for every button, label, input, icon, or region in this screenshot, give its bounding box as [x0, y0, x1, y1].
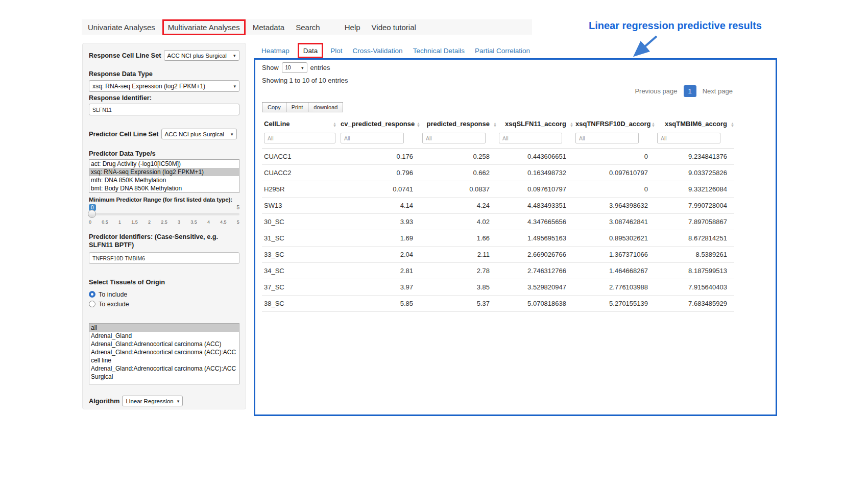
- slider-ticks: 00.511.522.533.544.55: [89, 219, 239, 225]
- filter-cellline-input[interactable]: [264, 133, 335, 143]
- tissue-option[interactable]: Adrenal_Gland:Adrenocortical carcinoma (…: [89, 340, 239, 348]
- column-header-cellline[interactable]: CellLine ▲▼: [262, 116, 339, 131]
- response-cell-line-set-select[interactable]: ACC NCI plus Surgical ▾: [164, 50, 239, 61]
- tissue-include-radio[interactable]: To include: [89, 289, 239, 299]
- predictor-identifiers-input[interactable]: [89, 252, 239, 264]
- tissue-option[interactable]: Adrenal_Gland: [89, 332, 239, 340]
- radio-off-icon: [89, 301, 95, 307]
- column-header-predicted-response[interactable]: predicted_response ▲▼: [420, 116, 497, 131]
- response-identifier-input[interactable]: [89, 104, 239, 115]
- response-data-type-label: Response Data Type: [89, 70, 239, 78]
- download-button[interactable]: download: [308, 102, 343, 112]
- tissue-option[interactable]: all: [89, 324, 239, 332]
- top-nav: Univariate Analyses Multivariate Analyse…: [82, 19, 532, 35]
- cell-line-name: H295R: [262, 181, 339, 198]
- cell-value: 2.669026766: [497, 247, 573, 263]
- sort-icon: ▲▼: [652, 122, 655, 127]
- column-header-label: predicted_response: [426, 120, 490, 128]
- predictor-cell-line-set-label: Predictor Cell Line Set: [89, 130, 159, 138]
- previous-page-button[interactable]: Previous page: [635, 87, 677, 95]
- table-body: CUACC10.1760.2580.44360665109.234841376C…: [262, 149, 734, 312]
- tab-data[interactable]: Data: [303, 47, 318, 55]
- filter-xsqtmbim6-accorg-input[interactable]: [657, 133, 720, 143]
- slider-handle[interactable]: [88, 210, 96, 218]
- slider-tick-label: 4: [207, 219, 210, 225]
- tissue-exclude-radio[interactable]: To exclude: [89, 299, 239, 309]
- cell-value: 3.97: [339, 279, 420, 296]
- page-number-button[interactable]: 1: [684, 85, 696, 97]
- tab-cross-validation[interactable]: Cross-Validation: [353, 47, 403, 55]
- cell-value: 0.176: [339, 149, 420, 165]
- tissue-option[interactable]: Adrenal_Gland:Adrenocortical carcinoma (…: [89, 364, 239, 381]
- nav-help[interactable]: Help: [345, 23, 360, 32]
- column-header-xsqtnfrsf10d-accorg[interactable]: xsqTNFRSF10D_accorg ▲▼: [573, 116, 655, 131]
- predictor-data-type-option[interactable]: mth: DNA 850K Methylation: [89, 176, 239, 184]
- showing-entries-text: Showing 1 to 10 of 10 entries: [262, 77, 348, 84]
- nav-multivariate-analyses[interactable]: Multivariate Analyses: [162, 19, 246, 35]
- cell-value: 0: [573, 149, 655, 165]
- column-header-cv-predicted-response[interactable]: cv_predicted_response ▲▼: [339, 116, 420, 131]
- table-row: 37_SC3.973.853.5298209472.7761039887.915…: [262, 279, 734, 296]
- column-header-xsqslfn11-accorg[interactable]: xsqSLFN11_accorg ▲▼: [497, 116, 573, 131]
- tissue-origin-listbox: all Adrenal_Gland Adrenal_Gland:Adrenoco…: [89, 323, 239, 384]
- cell-value: 4.02: [420, 214, 497, 230]
- nav-video-tutorial[interactable]: Video tutorial: [372, 23, 416, 32]
- cell-value: 3.529820947: [497, 279, 573, 296]
- cell-value: 2.78: [420, 263, 497, 279]
- column-header-xsqtmbim6-accorg[interactable]: xsqTMBIM6_accorg ▲▼: [655, 116, 734, 131]
- cell-value: 1.495695163: [497, 230, 573, 247]
- min-predictor-range-slider: 0 5 00.511.522.533.544.55: [89, 204, 239, 228]
- filter-xsqslfn11-accorg-input[interactable]: [499, 133, 562, 143]
- cell-value: 1.66: [420, 230, 497, 247]
- filter-xsqtnfrsf10d-accorg-input[interactable]: [575, 133, 639, 143]
- slider-tick-label: 0.5: [102, 219, 108, 225]
- tab-partial-correlation[interactable]: Partial Correlation: [475, 47, 530, 55]
- filter-predicted-response-input[interactable]: [422, 133, 486, 143]
- cell-line-name: SW13: [262, 198, 339, 214]
- tissue-option[interactable]: Adrenal_Gland:Adrenocortical carcinoma (…: [89, 348, 239, 364]
- nav-univariate-analyses[interactable]: Univariate Analyses: [88, 23, 155, 32]
- cell-value: 5.270155139: [573, 296, 655, 312]
- predictor-data-type-option[interactable]: xsq: RNA-seq Expression (log2 FPKM+1): [89, 168, 239, 176]
- table-row: 38_SC5.855.375.0708186385.2701551397.683…: [262, 296, 734, 312]
- sort-icon: ▲▼: [417, 122, 420, 127]
- cell-value: 3.85: [420, 279, 497, 296]
- predictor-cell-line-set-select[interactable]: ACC NCI plus Surgical ▾: [161, 129, 237, 139]
- nav-search[interactable]: Search: [296, 23, 320, 32]
- cell-value: 0.0837: [420, 181, 497, 198]
- algorithm-select[interactable]: Linear Regression ▾: [122, 396, 183, 406]
- predictor-data-type-option[interactable]: bmt: Body DNA 850K Methylation: [89, 184, 239, 192]
- radio-on-icon: [89, 291, 95, 298]
- response-cell-line-set-label: Response Cell Line Set: [89, 52, 161, 59]
- filter-cv-predicted-response-input[interactable]: [341, 133, 404, 143]
- predictor-cell-line-set-value: ACC NCI plus Surgical: [165, 131, 224, 137]
- page: Univariate Analyses Multivariate Analyse…: [0, 0, 868, 488]
- slider-track[interactable]: [89, 213, 239, 215]
- tab-heatmap[interactable]: Heatmap: [261, 47, 290, 55]
- table-header-row: CellLine ▲▼ cv_predicted_response ▲▼ pre…: [262, 116, 734, 131]
- algorithm-value: Linear Regression: [126, 398, 173, 404]
- show-entries-select[interactable]: 10 ▾: [282, 62, 307, 73]
- sort-icon: ▲▼: [493, 122, 497, 127]
- tab-technical-details[interactable]: Technical Details: [413, 47, 465, 55]
- response-cell-line-set-value: ACC NCI plus Surgical: [167, 53, 227, 59]
- table-filter-row: [262, 131, 734, 149]
- table-buttons: Copy Print download: [262, 102, 343, 112]
- show-entries-value: 10: [285, 65, 291, 70]
- cell-value: 1.69: [339, 230, 420, 247]
- predictor-data-type-option[interactable]: act: Drug Activity (-log10[IC50M]): [89, 160, 239, 168]
- copy-button[interactable]: Copy: [262, 102, 286, 112]
- table-row: 34_SC2.812.782.7463127661.4646682678.187…: [262, 263, 734, 279]
- cell-line-name: CUACC2: [262, 165, 339, 181]
- column-header-label: xsqSLFN11_accorg: [505, 120, 566, 128]
- cell-value: 2.776103988: [573, 279, 655, 296]
- next-page-button[interactable]: Next page: [703, 87, 733, 95]
- table-row: 33_SC2.042.112.6690267661.3673710668.538…: [262, 247, 734, 263]
- print-button[interactable]: Print: [286, 102, 309, 112]
- predictor-data-types-listbox: act: Drug Activity (-log10[IC50M]) xsq: …: [89, 159, 239, 193]
- nav-metadata[interactable]: Metadata: [253, 23, 285, 32]
- response-data-type-select[interactable]: xsq: RNA-seq Expression (log2 FPKM+1) ▾: [89, 80, 239, 92]
- cell-value: 0.258: [420, 149, 497, 165]
- tab-plot[interactable]: Plot: [330, 47, 342, 55]
- table-row: CUACC10.1760.2580.44360665109.234841376: [262, 149, 734, 165]
